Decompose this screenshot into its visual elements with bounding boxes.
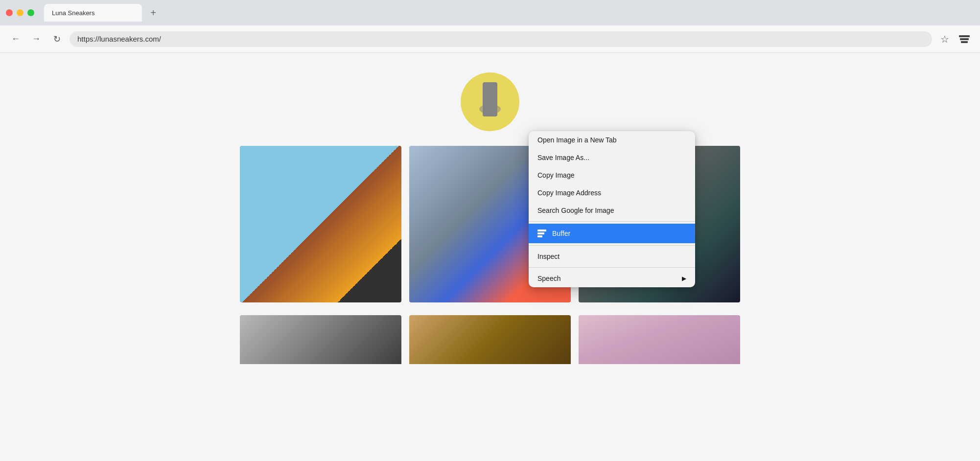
buffer-icon-bar-1 [537,230,546,231]
toolbar-icons: ☆ [937,31,972,47]
speech-label: Speech [537,275,560,282]
url-input[interactable] [70,31,932,47]
copy-image-address-label: Copy Image Address [537,189,601,197]
context-menu-open-image[interactable]: Open Image in a New Tab [529,131,695,149]
forward-button[interactable]: → [28,31,44,47]
open-image-label: Open Image in a New Tab [537,136,617,144]
reload-button[interactable]: ↻ [49,31,65,47]
context-menu-speech[interactable]: Speech ▶ [529,270,695,287]
context-menu-overlay[interactable]: Open Image in a New Tab Save Image As...… [0,53,980,461]
context-menu-divider-3 [529,267,695,268]
context-menu-copy-image-address[interactable]: Copy Image Address [529,184,695,202]
reload-icon: ↻ [53,34,61,45]
back-icon: ← [11,34,20,44]
buffer-label: Buffer [552,230,570,237]
buffer-icon-bar-2 [537,232,544,234]
search-google-label: Search Google for Image [537,207,614,214]
new-tab-button[interactable]: + [146,5,161,20]
context-menu-divider-1 [529,221,695,222]
tab-label: Luna Sneakers [52,9,94,17]
minimize-button[interactable] [17,9,23,16]
bookmark-button[interactable]: ☆ [937,31,953,47]
context-menu: Open Image in a New Tab Save Image As...… [529,131,695,287]
context-menu-buffer[interactable]: Buffer [529,224,695,243]
inspect-label: Inspect [537,253,560,260]
context-menu-inspect[interactable]: Inspect [529,248,695,265]
tab-bar: Luna Sneakers + [0,0,980,25]
context-menu-search-google[interactable]: Search Google for Image [529,202,695,219]
address-bar: ← → ↻ ☆ [0,25,980,53]
layers-icon [959,35,970,43]
active-tab[interactable]: Luna Sneakers [44,4,142,22]
layers-bar-2 [960,38,969,40]
close-button[interactable] [6,9,13,16]
buffer-icon-bar-3 [537,235,542,237]
context-menu-divider-2 [529,245,695,246]
context-menu-copy-image[interactable]: Copy Image [529,166,695,184]
maximize-button[interactable] [27,9,34,16]
page-content: Open Image in a New Tab Save Image As...… [0,53,980,461]
save-image-label: Save Image As... [537,154,589,161]
buffer-icon [537,229,547,238]
layers-bar-1 [959,35,970,37]
window-controls [6,9,34,16]
back-button[interactable]: ← [8,31,23,47]
extensions-button[interactable] [957,31,972,47]
context-menu-save-image[interactable]: Save Image As... [529,149,695,166]
layers-bar-3 [961,41,968,43]
forward-icon: → [32,34,41,44]
copy-image-label: Copy Image [537,171,574,179]
star-icon: ☆ [940,33,949,45]
browser-frame: Luna Sneakers + ← → ↻ ☆ [0,0,980,461]
speech-arrow: ▶ [682,275,686,282]
